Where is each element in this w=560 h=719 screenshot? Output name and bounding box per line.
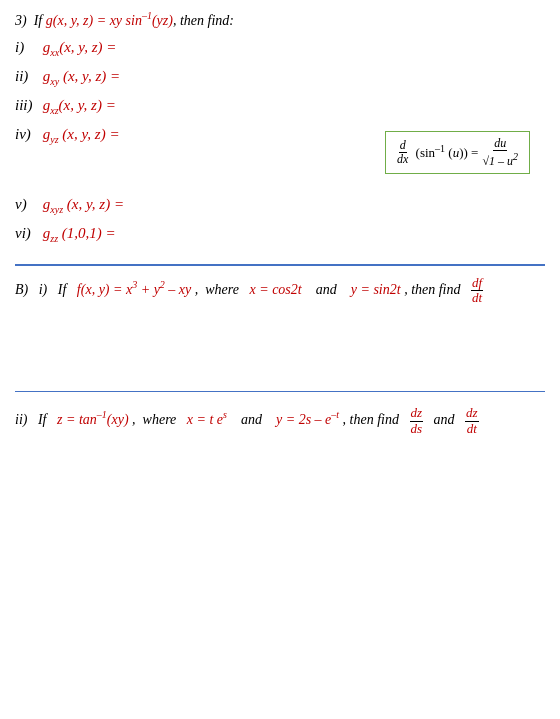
section-b-label: B): [15, 282, 28, 297]
problem-3-section: 3) If g(x, y, z) = xy sin–1(yz), then fi…: [15, 10, 545, 266]
part-iv-row: iv) gyz (x, y, z) = d dx (sin–1 (u)) =: [15, 126, 545, 186]
section-b-ii-frac2-den: dt: [466, 422, 478, 436]
section-b-ii-frac1-den: ds: [410, 422, 424, 436]
section-b-ii-label: ii): [15, 412, 27, 427]
section-b-i-content: B) i) If f(x, y) = x3 + y2 – xy , where …: [15, 276, 545, 306]
section-b-ii-x: x = t es: [187, 412, 227, 427]
problem-number: 3): [15, 13, 27, 28]
section-b-i-y: y = sin2t: [351, 282, 401, 297]
hint-rhs: du √1 – u2: [481, 137, 519, 168]
problem-3-header: 3) If g(x, y, z) = xy sin–1(yz), then fi…: [15, 10, 545, 29]
section-b-i-intro: If: [58, 282, 67, 297]
section-b-ii-frac2-num: dz: [465, 406, 479, 421]
section-b-ii-find-frac2: dz dt: [465, 406, 479, 436]
section-b-ii-content: ii) If z = tan–1(xy) , where x = t es an…: [15, 406, 545, 436]
section-b-i-label: i): [39, 282, 48, 297]
hint-lhs: d dx: [396, 139, 409, 166]
part-v-label: v): [15, 196, 35, 213]
section-b-i-x: x = cos2t: [249, 282, 301, 297]
part-ii-row: ii) gxy (x, y, z) =: [15, 68, 545, 87]
hint-d-dx-frac: d dx: [396, 139, 409, 166]
section-b-i-frac-den: dt: [471, 291, 483, 305]
section-b-ii-intro: If: [38, 412, 47, 427]
part-v-row: v) gxyz (x, y, z) =: [15, 196, 545, 215]
section-b-ii-where: , where: [132, 412, 176, 427]
part-iv-expr: gyz (x, y, z) =: [39, 126, 120, 145]
section-b-ii-and1: and: [241, 412, 262, 427]
section-b: B) i) If f(x, y) = x3 + y2 – xy , where …: [15, 276, 545, 436]
problem-3-label: 3) If g(x, y, z) = xy sin–1(yz), then fi…: [15, 13, 234, 28]
hint-content: d dx (sin–1 (u)) = du √1 – u2: [396, 137, 519, 168]
hint-rhs-denominator: √1 – u2: [481, 151, 519, 168]
section-b-i-func: f(x, y) = x3 + y2 – xy: [77, 282, 191, 297]
part-vi-label: vi): [15, 225, 35, 242]
page: 3) If g(x, y, z) = xy sin–1(yz), then fi…: [0, 0, 560, 452]
part-i-label: i): [15, 39, 35, 56]
hint-rhs-numerator: du: [493, 137, 507, 151]
part-i-expr: gxx(x, y, z) =: [39, 39, 116, 58]
section-b-i-find-text: , then find: [404, 282, 460, 297]
part-v-expr: gxyz (x, y, z) =: [39, 196, 124, 215]
section-b-ii-frac1-num: dz: [410, 406, 424, 421]
hint-box: d dx (sin–1 (u)) = du √1 – u2: [385, 131, 530, 174]
section-b-ii-y: y = 2s – e–t: [276, 412, 339, 427]
hint-rhs-frac: du √1 – u2: [481, 137, 519, 168]
part-iii-label: iii): [15, 97, 35, 114]
problem-intro: If g(x, y, z) = xy sin–1(yz), then find:: [30, 13, 234, 28]
part-vi-row: vi) gzz (1,0,1) =: [15, 225, 545, 244]
section-b-ii-and2: and: [434, 412, 455, 427]
section-b-i-find-frac: df dt: [471, 276, 483, 306]
section-b-i-and: and: [316, 282, 337, 297]
hint-numerator-d: d: [399, 139, 407, 153]
section-b-ii-block: ii) If z = tan–1(xy) , where x = t es an…: [15, 392, 545, 436]
section-b-i-frac-num: df: [471, 276, 483, 291]
part-i-row: i) gxx(x, y, z) =: [15, 39, 545, 58]
part-iii-row: iii) gxz(x, y, z) =: [15, 97, 545, 116]
section-b-ii-z: z = tan–1(xy): [57, 412, 129, 427]
part-iii-expr: gxz(x, y, z) =: [39, 97, 116, 116]
part-vi-expr: gzz (1,0,1) =: [39, 225, 116, 244]
part-ii-expr: gxy (x, y, z) =: [39, 68, 120, 87]
section-b-i-block: B) i) If f(x, y) = x3 + y2 – xy , where …: [15, 276, 545, 393]
hint-func: (sin–1 (u)) =: [412, 143, 478, 161]
section-b-i-where: , where: [195, 282, 239, 297]
part-iv-label: iv): [15, 126, 35, 143]
section-b-ii-find-text: , then find: [343, 412, 399, 427]
hint-denominator-dx: dx: [396, 153, 409, 166]
section-b-ii-find-frac1: dz ds: [410, 406, 424, 436]
part-ii-label: ii): [15, 68, 35, 85]
